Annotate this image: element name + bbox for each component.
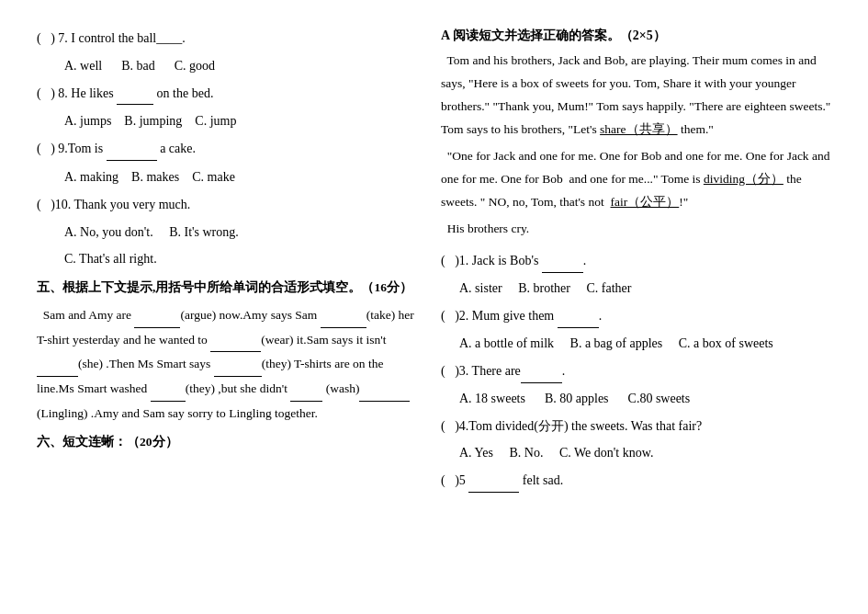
q10-c: C. That's all right. xyxy=(64,248,423,270)
reading-q1: ( )1. Jack is Bob's . xyxy=(441,250,831,274)
reading-q2-options: A. a bottle of milk B. a bag of apples C… xyxy=(459,333,831,356)
reading-q4-options: A. Yes B. No. C. We don't know. xyxy=(459,442,831,465)
q9-a: A. making B. makes C. make xyxy=(64,170,235,184)
question-10: ( )10. Thank you very much. xyxy=(37,194,423,216)
paren-q5: ( ) xyxy=(441,473,459,487)
section-five-title: 五、根据上下文提示,用括号中所给单词的合适形式填空。（16分） xyxy=(37,279,423,296)
word-dividing: dividing（分） xyxy=(704,172,783,186)
right-column: A 阅读短文并选择正确的答案。（2×5） Tom and his brother… xyxy=(441,28,831,596)
reading-q3-options: A. 18 sweets B. 80 apples C.80 sweets xyxy=(459,388,831,411)
passage-para-3: His brothers cry. xyxy=(441,218,831,241)
question-7: ( ) 7. I control the ball____. xyxy=(37,28,423,50)
reading-q1-options: A. sister B. brother C. father xyxy=(459,278,831,301)
q7-options: A. well B. bad C. good xyxy=(64,55,423,77)
reading-questions: ( )1. Jack is Bob's . A. sister B. broth… xyxy=(441,250,831,494)
passage-para-2: "One for Jack and one for me. One for Bo… xyxy=(441,145,831,214)
section-six: 六、短文连蜥：（20分） xyxy=(37,434,423,450)
reading-passage: Tom and his brothers, Jack and Bob, are … xyxy=(441,50,831,241)
q8-a: A. jumps B. jumping C. jump xyxy=(64,114,236,128)
reading-section-title: A 阅读短文并选择正确的答案。（2×5） xyxy=(441,28,831,44)
question-8: ( ) 8. He likes on the bed. xyxy=(37,83,423,106)
q8-options: A. jumps B. jumping C. jump xyxy=(64,110,423,132)
section-five: 五、根据上下文提示,用括号中所给单词的合适形式填空。（16分） Sam and … xyxy=(37,279,423,425)
q8-stem: ( ) 8. He likes on the bed. xyxy=(37,86,213,100)
q9-stem: ( ) 9.Tom is a cake. xyxy=(37,142,196,155)
left-column: ( ) 7. I control the ball____. A. well B… xyxy=(37,28,423,596)
q9-options: A. making B. makes C. make xyxy=(64,166,423,188)
section-five-para: Sam and Amy are (argue) now.Amy says Sam… xyxy=(37,303,423,425)
q7-stem: ( ) 7. I control the ball____. xyxy=(37,31,186,45)
paren-q4: ( ) xyxy=(441,419,459,433)
reading-q4: ( )4.Tom divided(分开) the sweets. Was tha… xyxy=(441,415,831,438)
reading-q3: ( )3. There are . xyxy=(441,360,831,384)
question-9: ( ) 9.Tom is a cake. xyxy=(37,138,423,161)
q7-a: A. well B. bad C. good xyxy=(64,59,215,73)
reading-q5: ( )5 felt sad. xyxy=(441,470,831,494)
paren-q3: ( ) xyxy=(441,364,459,378)
word-share: share（共享） xyxy=(600,122,677,136)
paren-q1: ( ) xyxy=(441,254,459,267)
word-fair: fair（公平） xyxy=(611,195,680,209)
q10-a: A. No, you don't. B. It's wrong. xyxy=(64,222,423,244)
paren-q2: ( ) xyxy=(441,309,459,323)
passage-para-1: Tom and his brothers, Jack and Bob, are … xyxy=(441,50,831,142)
reading-q2: ( )2. Mum give them . xyxy=(441,305,831,329)
q10-stem: ( )10. Thank you very much. xyxy=(37,198,190,211)
section-six-title: 六、短文连蜥：（20分） xyxy=(37,434,423,450)
